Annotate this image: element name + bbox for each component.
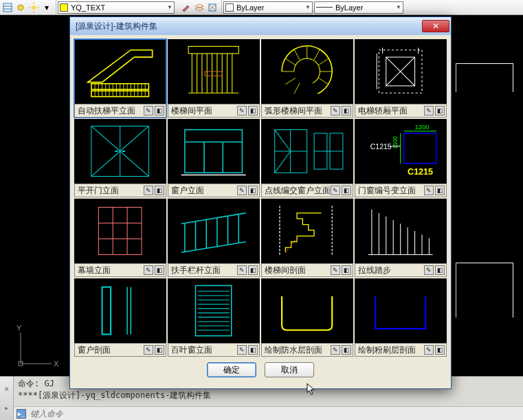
ucs-icon: X Y — [14, 329, 55, 371]
ok-button[interactable]: 确定 — [207, 362, 256, 377]
layer-name-label: YQ_TEXT — [71, 3, 105, 12]
svg-text:C1215: C1215 — [408, 167, 433, 177]
grid-item-handrail[interactable]: 扶手栏杆立面✎◧ — [168, 199, 260, 277]
info-icon[interactable]: ◧ — [435, 265, 445, 275]
svg-line-98 — [286, 236, 299, 252]
svg-text:1500: 1500 — [392, 136, 399, 149]
info-icon[interactable]: ◧ — [342, 345, 351, 355]
svg-line-90 — [181, 213, 246, 224]
svg-point-4 — [32, 5, 36, 10]
edit-icon[interactable]: ✎ — [424, 186, 434, 195]
edit-icon[interactable]: ✎ — [144, 186, 153, 195]
item-label: 门窗编号变立面 — [358, 185, 416, 197]
grid-item-waterproof[interactable]: 绘制防水层剖面✎◧ — [261, 278, 353, 357]
edit-icon[interactable]: ✎ — [331, 265, 340, 275]
info-icon[interactable]: ◧ — [248, 345, 258, 355]
prompt-icon[interactable]: ▶_ — [16, 409, 26, 419]
info-icon[interactable]: ◧ — [155, 265, 164, 275]
edit-icon[interactable]: ✎ — [424, 345, 434, 355]
linetype-preview — [316, 7, 333, 8]
info-icon[interactable]: ◧ — [435, 345, 445, 355]
object-icon[interactable] — [206, 1, 219, 14]
grid-item-pull-step[interactable]: 拉线踏步✎◧ — [355, 199, 447, 277]
grid-item-stair-section[interactable]: 楼梯间剖面✎◧ — [261, 199, 353, 277]
item-label: 绘制防水层剖面 — [265, 344, 322, 356]
edit-icon[interactable]: ✎ — [144, 265, 153, 275]
svg-line-46 — [319, 78, 329, 84]
svg-line-43 — [314, 49, 320, 60]
svg-rect-30 — [188, 46, 238, 53]
info-icon[interactable]: ◧ — [342, 186, 351, 195]
grid-item-door-elev[interactable]: 平开门立面✎◧ — [74, 119, 166, 197]
grid-item-arc-stair[interactable]: 弧形楼梯间平面✎◧ — [261, 39, 353, 118]
svg-rect-111 — [102, 287, 111, 335]
toolbar-group-draw: ▾ — [1, 0, 56, 14]
edit-icon[interactable]: ✎ — [331, 106, 340, 115]
svg-text:1200: 1200 — [415, 123, 430, 131]
light-icon[interactable] — [14, 1, 27, 14]
grid-item-curtain-wall[interactable]: 幕墙立面✎◧ — [74, 199, 166, 277]
dialog-titlebar[interactable]: [源泉设计]-建筑构件集 ✕ — [70, 17, 451, 35]
edit-icon[interactable]: ✎ — [237, 345, 247, 355]
grid-item-plaster[interactable]: 绘制粉刷层剖面✎◧ — [355, 278, 447, 357]
svg-text:C1215: C1215 — [370, 143, 392, 151]
thumbnail-grid: 自动扶梯平立面✎◧ 楼梯间平面✎◧ 弧形楼梯间平面✎◧ 电梯轿厢平面✎◧ 平开门… — [74, 39, 447, 357]
svg-line-47 — [294, 49, 300, 60]
close-button[interactable]: ✕ — [422, 20, 449, 32]
edit-icon[interactable]: ✎ — [424, 106, 434, 115]
drawing-rect-top — [456, 63, 513, 92]
svg-rect-0 — [3, 3, 12, 12]
edit-icon[interactable]: ✎ — [331, 345, 340, 355]
edit-icon[interactable]: ✎ — [331, 186, 340, 195]
info-icon[interactable]: ◧ — [155, 106, 164, 115]
layer-icon[interactable] — [193, 1, 205, 14]
svg-line-64 — [120, 151, 149, 177]
edit-icon[interactable]: ✎ — [144, 106, 153, 115]
info-icon[interactable]: ◧ — [248, 265, 258, 275]
color-selector[interactable]: ByLayer ▼ — [223, 1, 313, 14]
item-label: 绘制粉刷层剖面 — [358, 344, 416, 356]
grid-item-window-number[interactable]: 12001500C1215C1215 门窗编号变立面✎◧ — [355, 119, 447, 197]
info-icon[interactable]: ◧ — [155, 345, 164, 355]
svg-line-91 — [181, 242, 246, 253]
close-icon[interactable]: ✕ — [4, 384, 9, 393]
svg-rect-67 — [185, 130, 243, 173]
dropdown-icon[interactable]: ▾ — [41, 1, 53, 14]
info-icon[interactable]: ◧ — [248, 186, 258, 195]
menu-icon[interactable]: ▸ — [4, 404, 9, 412]
linetype-selector[interactable]: ByLayer ▼ — [314, 1, 403, 14]
svg-rect-85 — [99, 208, 142, 255]
layer-selector[interactable]: YQ_TEXT ▼ — [58, 1, 175, 14]
paint-icon[interactable] — [180, 1, 192, 14]
info-icon[interactable]: ◧ — [248, 106, 258, 115]
ucs-x: X — [54, 360, 59, 368]
linetype-label: ByLayer — [335, 3, 363, 12]
grid-item-stair-plan[interactable]: 楼梯间平面✎◧ — [168, 39, 260, 118]
cmd-handle[interactable]: ✕ ▸ — [0, 377, 14, 420]
grid-item-window-elev[interactable]: 窗户立面✎◧ — [168, 119, 260, 197]
edit-icon[interactable]: ✎ — [144, 345, 153, 355]
command-input[interactable] — [30, 409, 520, 419]
svg-point-3 — [18, 5, 23, 10]
grid-item-window-section[interactable]: 窗户剖面✎◧ — [74, 278, 166, 357]
info-icon[interactable]: ◧ — [435, 186, 445, 195]
info-icon[interactable]: ◧ — [155, 186, 164, 195]
edit-icon[interactable]: ✎ — [237, 106, 247, 115]
edit-icon[interactable]: ✎ — [237, 186, 247, 195]
toolbar-group-modify — [176, 0, 222, 14]
edit-icon[interactable]: ✎ — [237, 265, 247, 275]
info-icon[interactable]: ◧ — [435, 106, 445, 115]
color-label: ByLayer — [236, 3, 264, 12]
edit-icon[interactable]: ✎ — [424, 265, 434, 275]
info-icon[interactable]: ◧ — [342, 106, 351, 115]
item-label: 电梯轿厢平面 — [358, 105, 408, 117]
hatch-icon[interactable] — [1, 1, 14, 14]
grid-item-louver[interactable]: 百叶窗立面✎◧ — [168, 278, 260, 357]
info-icon[interactable]: ◧ — [342, 265, 351, 275]
sun-icon[interactable] — [27, 1, 40, 14]
cancel-button[interactable]: 取消 — [265, 362, 314, 377]
grid-item-escalator[interactable]: 自动扶梯平立面✎◧ — [74, 39, 166, 118]
grid-item-wire-window[interactable]: 点线编交窗户立面✎◧ — [261, 119, 353, 197]
grid-item-elevator[interactable]: 电梯轿厢平面✎◧ — [355, 39, 447, 118]
svg-line-48 — [286, 58, 296, 65]
